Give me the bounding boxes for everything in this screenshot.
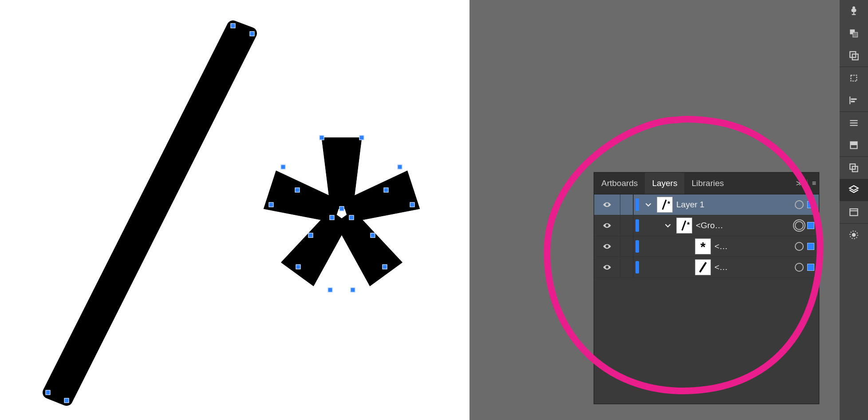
anchor-handle[interactable]: [250, 32, 255, 36]
layer-thumbnail: *: [657, 197, 673, 213]
panel-expand-icon[interactable]: >>: [796, 179, 802, 188]
selection-indicator[interactable]: [807, 264, 814, 271]
artboards-icon[interactable]: [840, 44, 868, 67]
layer-thumbnail: *: [676, 218, 692, 234]
anchor-handle[interactable]: [339, 206, 344, 211]
tab-layers[interactable]: Layers: [645, 173, 684, 194]
anchor-handle[interactable]: [371, 233, 375, 238]
anchor-handle[interactable]: [64, 398, 69, 403]
align-left-icon[interactable]: [840, 89, 868, 111]
layer-row-path-asterisk[interactable]: * <…: [594, 236, 819, 257]
svg-point-29: [852, 233, 856, 237]
crop-icon[interactable]: [840, 67, 868, 89]
anchor-handle[interactable]: [410, 202, 415, 207]
panel-tabs: Artboards Layers Libraries >> ≡: [594, 173, 819, 194]
overlap-icon[interactable]: [840, 157, 868, 179]
anchor-handle[interactable]: [328, 288, 333, 293]
svg-line-5: [663, 200, 666, 210]
tab-libraries[interactable]: Libraries: [684, 173, 731, 194]
anchor-handle[interactable]: [295, 188, 300, 193]
anchor-handle[interactable]: [46, 390, 51, 395]
layer-row-group[interactable]: * <Gro…: [594, 215, 819, 236]
anchor-handle[interactable]: [296, 265, 301, 269]
anchor-handle[interactable]: [308, 233, 313, 238]
anchor-handle[interactable]: [330, 215, 335, 220]
target-icon[interactable]: [795, 242, 804, 251]
layers-panel[interactable]: Artboards Layers Libraries >> ≡ *: [594, 172, 819, 404]
disclosure-icon[interactable]: [643, 202, 653, 208]
svg-rect-23: [850, 142, 857, 145]
layer-color-strip: [635, 240, 639, 253]
panel-menu-icon[interactable]: ≡: [807, 179, 816, 187]
anchor-handle[interactable]: [281, 165, 286, 170]
anchor-handle[interactable]: [398, 165, 402, 170]
anchor-handle[interactable]: [320, 135, 324, 140]
layer-color-strip: [635, 219, 639, 232]
layer-row-path-slash[interactable]: <…: [594, 257, 819, 278]
anchor-handle[interactable]: [383, 265, 387, 269]
selection-indicator[interactable]: [807, 201, 814, 208]
svg-rect-26: [850, 209, 857, 215]
svg-line-7: [682, 221, 686, 230]
layer-color-strip: [635, 198, 639, 211]
svg-rect-18: [851, 101, 855, 102]
layer-name[interactable]: Layer 1: [676, 200, 795, 210]
target-icon[interactable]: [795, 221, 804, 230]
svg-line-10: [700, 262, 706, 272]
shapes-icon[interactable]: [840, 22, 868, 44]
layer-name[interactable]: <…: [714, 242, 795, 251]
svg-rect-17: [851, 99, 857, 100]
svg-rect-15: [851, 75, 857, 81]
visibility-icon[interactable]: [602, 222, 612, 229]
target-icon[interactable]: [795, 200, 804, 209]
right-icon-sidebar: [840, 0, 868, 420]
path-slash[interactable]: [49, 27, 251, 400]
selection-indicator[interactable]: [807, 243, 814, 250]
swatch-icon[interactable]: [840, 134, 868, 156]
artboard-canvas[interactable]: [0, 0, 470, 420]
svg-text:*: *: [700, 240, 706, 253]
anchor-handle[interactable]: [384, 188, 389, 193]
anchor-handle[interactable]: [349, 215, 354, 220]
workspace-background: Artboards Layers Libraries >> ≡ *: [470, 0, 840, 420]
visibility-icon[interactable]: [602, 243, 612, 250]
layer-name[interactable]: <Gro…: [696, 221, 795, 230]
layers-icon[interactable]: [840, 179, 868, 201]
anchor-handle[interactable]: [359, 135, 364, 140]
library-icon[interactable]: [840, 201, 868, 223]
path-asterisk[interactable]: [264, 138, 419, 286]
svg-rect-12: [853, 32, 858, 37]
target-icon[interactable]: [795, 263, 804, 272]
svg-text:*: *: [687, 221, 690, 229]
blob-icon[interactable]: [840, 224, 868, 246]
anchor-handle[interactable]: [269, 202, 274, 207]
anchor-handle[interactable]: [351, 288, 355, 293]
selection-indicator[interactable]: [807, 222, 814, 229]
layer-color-strip: [635, 261, 639, 273]
layer-name[interactable]: <…: [714, 262, 795, 272]
list-icon[interactable]: [840, 112, 868, 134]
visibility-icon[interactable]: [602, 202, 612, 208]
visibility-icon[interactable]: [602, 264, 612, 270]
layer-thumbnail: [695, 259, 711, 275]
svg-text:*: *: [667, 200, 671, 208]
layer-thumbnail: *: [695, 238, 711, 254]
anchor-handle[interactable]: [231, 24, 236, 28]
disclosure-icon[interactable]: [663, 222, 673, 229]
tab-artboards[interactable]: Artboards: [594, 173, 645, 194]
club-icon[interactable]: [840, 0, 868, 22]
layer-row-layer1[interactable]: * Layer 1: [594, 194, 819, 215]
